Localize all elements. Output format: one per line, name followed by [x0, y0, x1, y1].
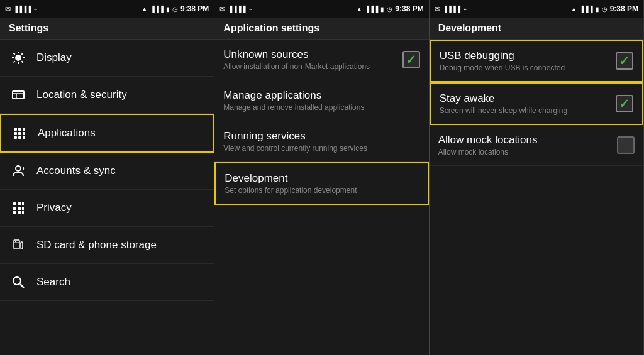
- setting-item-running-services[interactable]: Running servicesView and control current…: [214, 121, 428, 162]
- setting-item-text: DevelopmentSet options for application d…: [225, 172, 412, 195]
- setting-item-title: Stay awake: [440, 92, 609, 105]
- svg-rect-14: [23, 128, 25, 131]
- setting-item-title: Unknown sources: [223, 48, 396, 61]
- svg-rect-22: [13, 202, 16, 205]
- status-icons-left: ✉ ▐▐▐▐ ⌁: [5, 5, 37, 13]
- menu-item-location[interactable]: Location & security: [0, 77, 214, 114]
- signal-bars-icon: ▐▐▐: [365, 6, 378, 13]
- menu-item-text: Privacy: [36, 202, 72, 214]
- storage-icon: [9, 236, 28, 254]
- menu-item-storage[interactable]: SD card & phone storage: [0, 227, 214, 264]
- menu-item-accounts[interactable]: Accounts & sync: [0, 153, 214, 190]
- panel-settings: ✉ ▐▐▐▐ ⌁ ▲ ▐▐▐ ▮ ◷ 9:38 PMSettingsDispla…: [0, 0, 214, 355]
- svg-rect-26: [18, 207, 21, 210]
- panel-header-settings: Settings: [0, 18, 214, 40]
- status-time: 9:38 PM: [180, 4, 209, 13]
- svg-line-8: [14, 61, 15, 62]
- setting-item-title: USB debugging: [440, 50, 609, 62]
- setting-item-text: Allow mock locationsAllow mock locations: [438, 134, 611, 156]
- menu-item-text: Accounts & sync: [36, 165, 116, 177]
- svg-rect-13: [18, 128, 21, 131]
- status-icons-left: ✉ ▐▐▐▐ ⌁: [435, 5, 467, 13]
- svg-rect-28: [22, 202, 24, 205]
- menu-item-display[interactable]: Display: [0, 40, 214, 77]
- menu-item-text: Location & security: [36, 89, 127, 101]
- menu-item-text: SD card & phone storage: [36, 239, 157, 251]
- mail-icon: ✉: [219, 5, 225, 13]
- menu-item-title: Privacy: [36, 202, 72, 214]
- svg-point-0: [15, 55, 21, 61]
- svg-rect-20: [23, 136, 25, 139]
- status-bar: ✉ ▐▐▐▐ ⌁ ▲ ▐▐▐ ▮ ◷ 9:38 PM: [0, 0, 214, 18]
- menu-item-title: Search: [36, 276, 70, 288]
- svg-rect-33: [15, 241, 16, 242]
- setting-item-title: Running services: [223, 130, 413, 143]
- panel-title: Application settings: [223, 23, 319, 33]
- setting-item-unknown-sources[interactable]: Unknown sourcesAllow installation of non…: [214, 40, 428, 80]
- apps-icon: [10, 124, 29, 143]
- setting-item-usb-debugging[interactable]: USB debuggingDebug mode when USB is conn…: [430, 40, 643, 82]
- panel-title: Settings: [9, 23, 48, 33]
- svg-line-7: [21, 53, 23, 55]
- svg-rect-15: [14, 132, 17, 135]
- status-icons-right: ▲ ▐▐▐ ▮ ◷ 9:38 PM: [570, 4, 638, 13]
- svg-line-36: [20, 284, 24, 288]
- svg-rect-23: [13, 207, 16, 210]
- menu-item-text: Applications: [38, 127, 96, 139]
- menu-item-text: Search: [36, 276, 70, 288]
- mail-icon: ✉: [435, 5, 440, 13]
- setting-item-development[interactable]: DevelopmentSet options for application d…: [214, 162, 428, 205]
- status-bar: ✉ ▐▐▐▐ ⌁ ▲ ▐▐▐ ▮ ◷ 9:38 PM: [430, 0, 643, 18]
- checkbox-usb-debugging[interactable]: [616, 52, 633, 70]
- setting-item-title: Manage applications: [223, 89, 413, 102]
- svg-point-21: [16, 166, 21, 171]
- setting-item-subtitle: Debug mode when USB is connected: [440, 63, 609, 72]
- menu-item-privacy[interactable]: Privacy: [0, 190, 214, 227]
- status-bar: ✉ ▐▐▐▐ ⌁ ▲ ▐▐▐ ▮ ◷ 9:38 PM: [214, 0, 428, 18]
- signal-icon: ▐▐▐▐: [13, 6, 31, 13]
- checkbox-stay-awake[interactable]: [616, 95, 633, 112]
- setting-item-text: Manage applicationsManage and remove ins…: [223, 89, 413, 112]
- menu-item-title: Display: [36, 52, 72, 64]
- setting-item-subtitle: Screen will never sleep while charging: [440, 106, 609, 115]
- usb-icon: ⌁: [463, 6, 467, 13]
- battery-icon: ▮: [380, 6, 384, 13]
- privacy-icon: [9, 199, 28, 217]
- svg-rect-16: [18, 132, 21, 135]
- setting-item-manage-apps[interactable]: Manage applicationsManage and remove ins…: [214, 80, 428, 121]
- setting-item-text: USB debuggingDebug mode when USB is conn…: [440, 50, 609, 72]
- svg-line-5: [14, 53, 15, 55]
- status-icons-right: ▲ ▐▐▐ ▮ ◷ 9:38 PM: [356, 4, 424, 13]
- usb-icon: ⌁: [248, 6, 252, 13]
- battery-icon: ▮: [596, 6, 599, 13]
- svg-rect-31: [14, 240, 19, 249]
- setting-item-mock-locations[interactable]: Allow mock locationsAllow mock locations: [430, 125, 643, 166]
- svg-rect-17: [23, 132, 25, 135]
- signal-bars-icon: ▐▐▐: [150, 6, 164, 13]
- checkbox-mock-locations[interactable]: [617, 136, 635, 154]
- panel-title: Development: [438, 23, 501, 33]
- checkbox-unknown-sources[interactable]: [402, 51, 420, 68]
- setting-item-subtitle: Set options for application development: [225, 186, 412, 195]
- menu-item-text: Display: [36, 52, 72, 64]
- panel-application-settings: ✉ ▐▐▐▐ ⌁ ▲ ▐▐▐ ▮ ◷ 9:38 PMApplication se…: [214, 0, 429, 355]
- status-time: 9:38 PM: [395, 4, 423, 13]
- menu-item-search[interactable]: Search: [0, 264, 214, 301]
- status-time: 9:38 PM: [610, 4, 638, 13]
- svg-rect-34: [21, 242, 23, 249]
- wifi-icon: ▲: [142, 6, 148, 13]
- svg-rect-25: [18, 202, 21, 205]
- svg-rect-9: [13, 91, 24, 99]
- svg-point-35: [13, 277, 21, 285]
- setting-item-text: Unknown sourcesAllow installation of non…: [223, 48, 396, 71]
- menu-list-development: USB debuggingDebug mode when USB is conn…: [430, 40, 643, 355]
- svg-line-6: [21, 61, 23, 62]
- clock-icon: ◷: [387, 6, 392, 13]
- menu-item-applications[interactable]: Applications: [0, 114, 214, 153]
- menu-item-title: Location & security: [36, 89, 127, 101]
- setting-item-stay-awake[interactable]: Stay awakeScreen will never sleep while …: [430, 82, 643, 125]
- panel-header-application-settings: Application settings: [214, 18, 428, 40]
- accounts-icon: [9, 161, 28, 180]
- battery-icon: ▮: [166, 6, 170, 13]
- panel-development: ✉ ▐▐▐▐ ⌁ ▲ ▐▐▐ ▮ ◷ 9:38 PMDevelopmentUSB…: [430, 0, 644, 355]
